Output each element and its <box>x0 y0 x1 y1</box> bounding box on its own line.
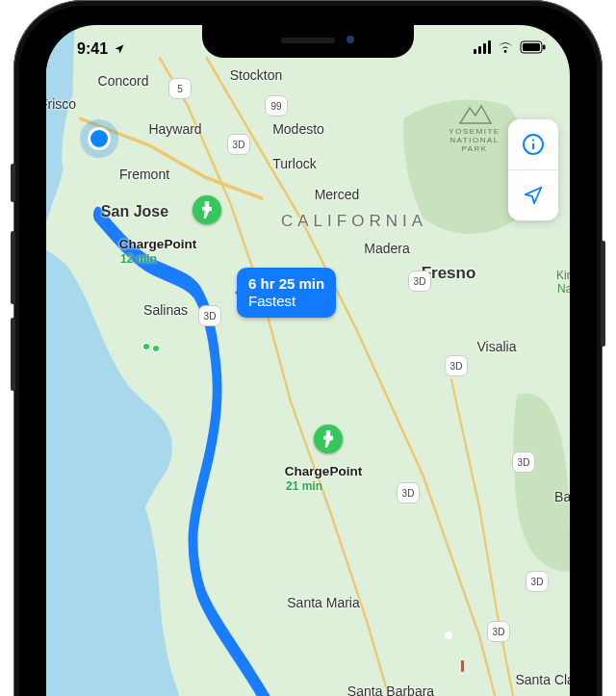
city-santa-barbara: Santa Barbara <box>347 683 434 696</box>
state-label: CALIFORNIA <box>281 212 427 231</box>
svg-rect-5 <box>543 45 546 50</box>
park-label-kings: Kings Natio <box>556 270 570 296</box>
shield-3d: 3D <box>526 571 549 592</box>
locate-me-button[interactable] <box>508 170 558 220</box>
city-santa-maria: Santa Maria <box>287 595 359 610</box>
poi-dot <box>143 344 149 349</box>
city-san-jose: San Jose <box>101 203 168 220</box>
city-merced: Merced <box>315 187 360 202</box>
svg-point-2 <box>532 139 534 141</box>
shield-3d: 3D <box>408 271 431 292</box>
cellular-icon <box>474 40 492 54</box>
screen: CALIFORNIA YOSEMITE NATIONAL PARK Kings … <box>46 25 570 696</box>
route-summary-callout[interactable]: 6 hr 25 min Fastest <box>237 268 336 318</box>
shield-5: 5 <box>168 78 192 99</box>
power-button <box>601 241 605 347</box>
ev-charger-pin[interactable] <box>192 195 221 224</box>
shield-3d: 3D <box>198 305 221 326</box>
route-qualifier: Fastest <box>248 293 324 310</box>
info-button[interactable] <box>508 119 558 169</box>
city-santa-clarita: Santa Clarit <box>515 672 570 687</box>
charge-stop-time: 21 min <box>286 479 322 493</box>
destination-pin[interactable] <box>449 635 475 672</box>
shield-99: 99 <box>265 95 288 116</box>
volume-up-button <box>11 231 15 304</box>
city-salinas: Salinas <box>143 302 188 318</box>
phone-frame: CALIFORNIA YOSEMITE NATIONAL PARK Kings … <box>13 0 603 696</box>
svg-rect-4 <box>523 43 540 51</box>
city-hayward: Hayward <box>148 121 201 137</box>
status-time: 9:41 <box>77 40 125 58</box>
route-duration: 6 hr 25 min <box>248 275 324 293</box>
shield-3d: 3D <box>397 482 420 503</box>
side-button <box>11 164 15 202</box>
map-canvas[interactable]: CALIFORNIA YOSEMITE NATIONAL PARK Kings … <box>46 25 570 696</box>
volume-down-button <box>11 318 15 391</box>
city-frisco: Frisco <box>46 96 76 112</box>
notch <box>202 25 414 58</box>
battery-icon <box>520 40 547 54</box>
city-madera: Madera <box>364 241 409 256</box>
ev-charger-pin[interactable] <box>314 425 343 453</box>
shield-3d: 3D <box>487 621 510 642</box>
charge-stop-name: ChargePoint <box>285 464 362 478</box>
poi-dot <box>153 346 159 351</box>
wifi-icon <box>497 40 514 54</box>
charge-stop-name: ChargePoint <box>119 237 196 251</box>
city-bake: Bake <box>554 489 570 504</box>
city-visalia: Visalia <box>477 339 517 354</box>
city-concord: Concord <box>98 73 149 89</box>
city-stockton: Stockton <box>230 67 282 83</box>
shield-3d: 3D <box>445 355 468 376</box>
park-label-yosemite: YOSEMITE NATIONAL PARK <box>449 127 500 154</box>
city-modesto: Modesto <box>272 121 324 137</box>
shield-3d: 3D <box>512 451 535 473</box>
mountain-icon <box>456 102 493 125</box>
city-turlock: Turlock <box>272 156 316 171</box>
shield-3d: 3D <box>227 134 250 155</box>
map-controls <box>508 119 558 220</box>
city-fremont: Fremont <box>119 167 169 182</box>
user-location-marker[interactable] <box>88 127 111 150</box>
charge-stop-time: 12 min <box>120 252 157 266</box>
